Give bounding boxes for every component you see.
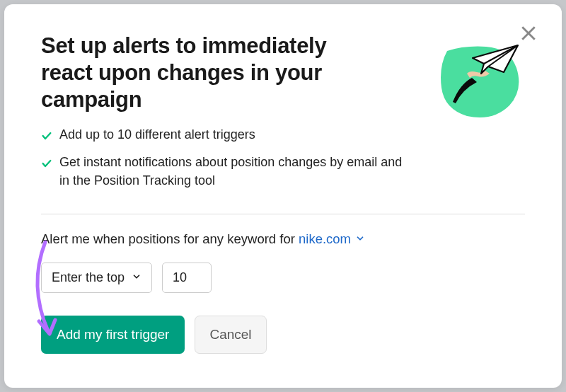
checklist-item: Get instant notifications about position… [41,153,409,190]
add-trigger-button[interactable]: Add my first trigger [41,316,185,354]
domain-dropdown[interactable]: nike.com [299,231,365,247]
divider [41,214,525,214]
domain-label: nike.com [299,231,351,247]
threshold-value: 10 [173,270,187,284]
feature-checklist: Add up to 10 different alert triggers Ge… [41,125,409,189]
threshold-input[interactable]: 10 [162,263,212,293]
condition-select[interactable]: Enter the top [41,263,152,293]
alert-condition-text: Alert me when positions for any keyword … [41,231,525,247]
checklist-item: Add up to 10 different alert triggers [41,125,409,146]
cancel-button[interactable]: Cancel [195,316,266,354]
alerts-setup-modal: Set up alerts to immediately react upon … [4,4,562,388]
alert-prefix: Alert me when positions for any keyword … [41,231,295,246]
checklist-item-text: Get instant notifications about position… [59,153,409,190]
check-icon [41,128,52,146]
chevron-down-icon [355,231,365,247]
paper-plane-illustration [426,38,525,120]
close-icon[interactable] [518,23,539,47]
modal-title: Set up alerts to immediately react upon … [41,33,409,113]
check-icon [41,156,52,174]
chevron-down-icon [132,270,142,285]
condition-select-label: Enter the top [52,270,125,285]
checklist-item-text: Add up to 10 different alert triggers [59,125,255,144]
